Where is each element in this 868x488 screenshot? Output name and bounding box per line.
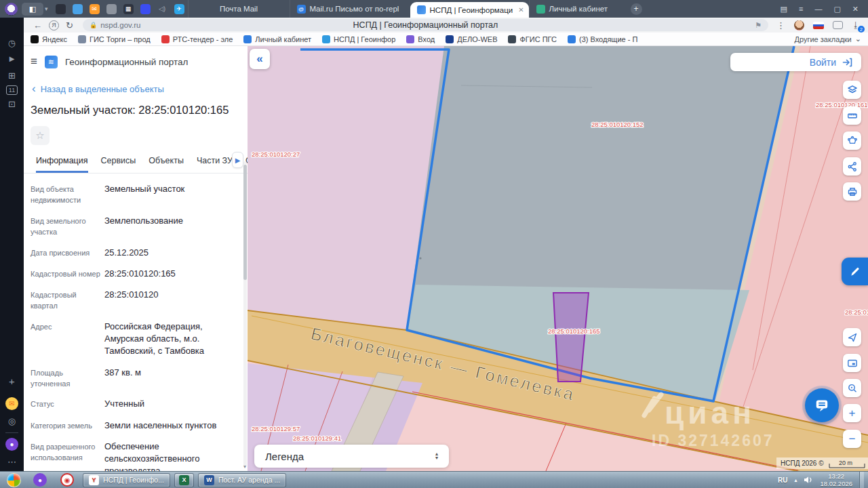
yandex-mail-icon[interactable]: ✉: [5, 397, 18, 410]
pinned-tab-qr-icon[interactable]: ▦: [123, 4, 134, 14]
draw-feedback-button[interactable]: [842, 258, 868, 285]
tab-mailru-letter[interactable]: @ Mail.ru Письмо от по-repl: [290, 0, 410, 18]
russian-flag-icon[interactable]: [813, 22, 824, 29]
minimize-icon[interactable]: —: [814, 5, 822, 13]
show-desktop-button[interactable]: [859, 472, 864, 488]
minimap-icon: [847, 358, 858, 369]
bookmark-delo-web[interactable]: ДЕЛО-WEB: [446, 35, 497, 43]
chat-support-button[interactable]: [805, 388, 839, 422]
tray-expand-icon[interactable]: ▴: [794, 477, 797, 483]
collapse-panel-button[interactable]: «: [250, 49, 270, 69]
more-icon[interactable]: ⋯: [0, 457, 24, 467]
pinned-tab-app-icon[interactable]: [140, 4, 151, 14]
bookmark-nspd[interactable]: НСПД | Геоинфор: [322, 35, 395, 43]
back-to-selected-link[interactable]: ‹ Назад в выделенные объекты: [24, 73, 248, 96]
bookmark-gis-torgi[interactable]: ГИС Торги – прод: [78, 35, 151, 43]
url-field[interactable]: 🔒 nspd.gov.ru НСПД | Геоинформационный п…: [83, 19, 768, 31]
record-icon[interactable]: ◎: [0, 416, 24, 426]
task-word-document[interactable]: W Пост. АУ аренда ...: [198, 473, 286, 487]
new-tab-button[interactable]: +: [631, 3, 642, 15]
bookmark-fgis-pgs[interactable]: ФГИС ПГС: [508, 35, 557, 43]
measure-button[interactable]: [843, 106, 861, 125]
pinned-tab-globe-icon[interactable]: [106, 4, 117, 14]
pinned-tab-bird-icon[interactable]: [73, 4, 83, 14]
tab-objects[interactable]: Объекты: [149, 156, 184, 173]
panel-icon[interactable]: ▤: [781, 5, 787, 14]
search-location-icon: [847, 383, 858, 394]
bookmark-rts-tender[interactable]: РТС-тендер - эле: [161, 35, 233, 43]
player-icon[interactable]: ▶: [0, 55, 24, 62]
select-area-button[interactable]: [843, 131, 861, 150]
pen-icon: [849, 266, 861, 278]
field-row: СтатусУчтенный: [31, 398, 238, 410]
tabs-next-button[interactable]: ▶: [232, 152, 243, 168]
minimap-button[interactable]: [843, 354, 861, 372]
tab-information[interactable]: Информация: [36, 156, 88, 173]
tab-counter-badge[interactable]: 11: [6, 85, 18, 95]
history-icon[interactable]: ◷: [0, 38, 24, 48]
map-canvas[interactable]: Благовещенск — Гомелевка 28:25:010120:27…: [248, 46, 868, 471]
browser-logo-icon[interactable]: [5, 3, 18, 16]
add-panel-icon[interactable]: +: [0, 375, 24, 387]
field-label: Вид разрешенного использования: [31, 441, 100, 471]
close-window-icon[interactable]: ✕: [852, 5, 859, 14]
back-icon[interactable]: ←: [33, 20, 42, 30]
taskbar-clock[interactable]: 13:22 18.02.2026: [820, 472, 852, 487]
pinned-tab-messenger-icon[interactable]: ✈: [174, 4, 184, 14]
language-indicator[interactable]: RU: [778, 476, 787, 484]
menu-icon[interactable]: ≡: [799, 5, 803, 13]
zoom-out-button[interactable]: −: [843, 430, 861, 448]
tab-services[interactable]: Сервисы: [101, 156, 136, 173]
sidebar-toggle-button[interactable]: ◧: [22, 3, 43, 16]
alice-taskbar-icon[interactable]: ●: [33, 473, 47, 487]
volume-icon[interactable]: [804, 476, 813, 484]
close-tab-icon[interactable]: ✕: [518, 6, 524, 14]
bookmark-flag-icon[interactable]: ⚑: [755, 21, 762, 30]
legend-toggle[interactable]: Легенда ▴▾: [254, 445, 449, 468]
bookmark-inbox[interactable]: (3) Входящие - П: [568, 35, 637, 43]
tab-pochta-mail[interactable]: Почта Mail: [188, 0, 290, 18]
hamburger-menu-icon[interactable]: ≡: [31, 55, 37, 68]
layers-button[interactable]: [843, 81, 861, 99]
search-on-map-button[interactable]: [843, 379, 861, 397]
bookmark-vhod[interactable]: Вход: [406, 35, 435, 43]
back-link-label: Назад в выделенные объекты: [41, 84, 164, 94]
kebab-menu-icon[interactable]: ⋮: [776, 20, 785, 30]
chevron-down-icon[interactable]: ▾: [45, 5, 48, 12]
print-button[interactable]: [843, 182, 861, 201]
start-button[interactable]: [7, 473, 21, 487]
pinned-tab-mail-icon[interactable]: ✉: [90, 4, 100, 14]
login-button[interactable]: Войти: [730, 53, 861, 71]
task-excel[interactable]: X: [174, 473, 194, 487]
alice-assistant-icon[interactable]: ●: [5, 438, 18, 451]
scroll-down-icon[interactable]: ▾: [242, 464, 248, 470]
bookmark-favicon: [322, 35, 330, 43]
geolocation-button[interactable]: [843, 328, 861, 346]
share-button[interactable]: [843, 157, 861, 176]
favorite-star-button[interactable]: ☆: [31, 126, 50, 145]
panel-scrollbar-thumb[interactable]: [243, 165, 247, 280]
field-label: Площадь уточненная: [31, 367, 100, 390]
other-bookmarks-button[interactable]: Другие закладки⌄: [794, 35, 861, 43]
chevron-left-icon: ‹: [32, 82, 36, 96]
zoom-in-button[interactable]: +: [843, 404, 861, 422]
tabs-icon[interactable]: ⊞: [0, 70, 24, 81]
tab-label: НСПД | Геоинформаци: [430, 6, 513, 14]
tab-parts[interactable]: Части ЗУ: [197, 156, 233, 173]
downloads-icon[interactable]: ⭳2: [852, 20, 860, 30]
bookmark-yandex[interactable]: Яндекс: [31, 35, 67, 43]
tab-lichnyj-kabinet[interactable]: Личный кабинет: [529, 0, 624, 18]
tab-audio-icon[interactable]: ◁): [157, 4, 167, 14]
scale-label: 20 m: [839, 460, 852, 466]
maximize-icon[interactable]: ▢: [833, 5, 840, 14]
pinned-tab-avatar-icon[interactable]: [56, 4, 66, 14]
profile-avatar[interactable]: [794, 20, 804, 30]
collections-icon[interactable]: [833, 21, 843, 29]
bookmark-lichnyj-kabinet[interactable]: Личный кабинет: [243, 35, 311, 43]
task-nspd-window[interactable]: Y НСПД | Геоинфо...: [83, 473, 170, 487]
reload-icon[interactable]: ↻: [66, 20, 73, 30]
yandex-search-icon[interactable]: Я: [49, 20, 59, 30]
browser-taskbar-icon[interactable]: ◉: [60, 473, 74, 487]
tab-nspd-active[interactable]: НСПД | Геоинформаци ✕: [410, 2, 529, 18]
screenshot-icon[interactable]: ⊡: [0, 99, 24, 109]
